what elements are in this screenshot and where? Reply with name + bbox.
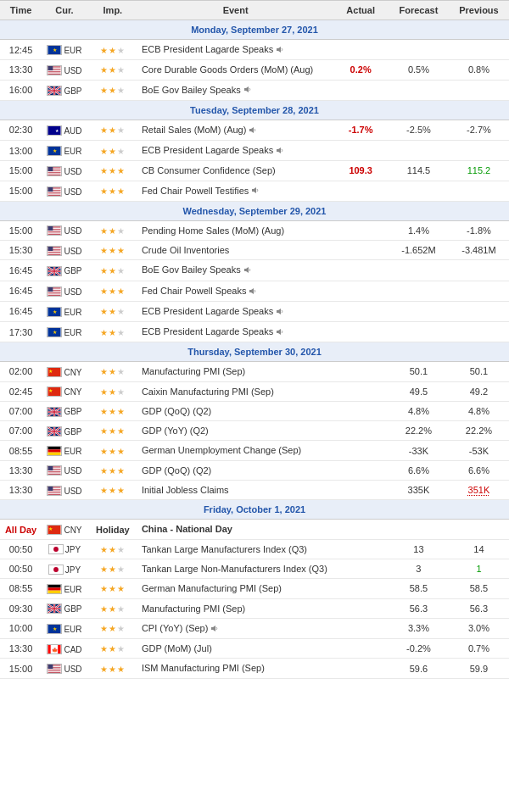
svg-rect-54	[48, 194, 61, 195]
event-time: 15:00	[0, 220, 42, 240]
table-row: 16:00GBP★★★BoE Gov Bailey Speaks	[0, 80, 509, 100]
event-actual	[333, 460, 389, 480]
event-title-text: Fed Chair Powell Speaks	[142, 286, 247, 296]
event-name[interactable]: GDP (YoY) (Q2)	[138, 421, 333, 441]
event-name[interactable]: Tankan Large Non-Manufacturers Index (Q3…	[138, 559, 333, 578]
currency-code: GBP	[64, 426, 81, 436]
event-previous: 115.2	[449, 161, 509, 181]
event-title-text: GDP (QoQ) (Q2)	[142, 406, 211, 416]
svg-rect-80	[48, 253, 61, 253]
event-actual	[333, 520, 389, 539]
event-time: 13:30	[0, 639, 42, 659]
event-name[interactable]: Manufacturing PMI (Sep)	[138, 362, 333, 381]
event-name[interactable]: Fed Chair Powell Testifies	[138, 181, 333, 201]
event-title-text: ECB President Lagarde Speaks	[142, 306, 273, 316]
event-name[interactable]: GDP (MoM) (Jul)	[138, 639, 333, 659]
svg-rect-202	[48, 665, 53, 669]
event-previous	[449, 40, 509, 60]
event-currency: EUR	[42, 579, 87, 598]
day-header-label: Friday, October 1, 2021	[0, 500, 509, 520]
table-row: 13:00★EUR★★★ECB President Lagarde Speaks	[0, 141, 509, 161]
currency-code: USD	[64, 186, 81, 196]
event-name[interactable]: Tankan Large Manufacturers Index (Q3)	[138, 539, 333, 559]
day-header-label: Thursday, September 30, 2021	[0, 342, 509, 362]
event-title-text: German Unemployment Change (Sep)	[142, 445, 301, 455]
event-name[interactable]: Caixin Manufacturing PMI (Sep)	[138, 381, 333, 401]
event-name[interactable]: German Unemployment Change (Sep)	[138, 441, 333, 460]
event-currency: ★CNY	[42, 520, 87, 539]
svg-rect-101	[48, 292, 61, 292]
event-name[interactable]: Initial Jobless Claims	[138, 481, 333, 500]
event-title-text: Crude Oil Inventories	[142, 245, 229, 255]
event-currency: GBP	[42, 598, 87, 618]
currency-code: JPY	[65, 545, 81, 554]
event-name[interactable]: Fed Chair Powell Speaks	[138, 281, 333, 301]
svg-rect-201	[48, 672, 61, 673]
event-name[interactable]: Pending Home Sales (MoM) (Aug)	[138, 220, 333, 240]
event-importance: ★★★	[87, 421, 138, 441]
event-currency: GBP	[42, 260, 87, 281]
importance-stars: ★★★	[100, 585, 126, 593]
event-forecast	[389, 40, 449, 60]
event-importance: ★★★	[87, 40, 138, 60]
currency-code: CNY	[64, 367, 81, 376]
event-name[interactable]: German Manufacturing PMI (Sep)	[138, 579, 333, 598]
event-name[interactable]: Retail Sales (MoM) (Aug)	[138, 120, 333, 140]
table-row: 15:00USD★★★Fed Chair Powell Testifies	[0, 181, 509, 201]
svg-text:★: ★	[49, 526, 53, 531]
event-name[interactable]: CB Consumer Confidence (Sep)	[138, 161, 333, 181]
event-forecast: -2.5%	[389, 120, 449, 140]
speaker-icon	[276, 306, 284, 318]
importance-stars: ★★★	[100, 388, 126, 397]
event-previous: 3.0%	[449, 618, 509, 638]
svg-rect-55	[48, 195, 61, 196]
event-name[interactable]: China - National Day	[138, 520, 333, 539]
event-importance: ★★★	[87, 141, 138, 161]
event-time: 13:30	[0, 60, 42, 80]
svg-rect-11	[48, 72, 61, 73]
importance-stars: ★★★	[100, 368, 126, 376]
event-name[interactable]: ECB President Lagarde Speaks	[138, 301, 333, 321]
event-actual	[333, 260, 389, 281]
event-actual	[333, 141, 389, 161]
svg-rect-105	[48, 294, 61, 295]
event-name[interactable]: ECB President Lagarde Speaks	[138, 141, 333, 161]
event-importance: ★★★	[87, 181, 138, 201]
speaker-icon	[243, 264, 252, 276]
table-row: 13:30🍁CAD★★★GDP (MoM) (Jul)-0.2%0.7%	[0, 639, 509, 659]
importance-stars: ★★★	[100, 227, 126, 236]
event-previous: 50.1	[449, 362, 509, 381]
event-name[interactable]: ECB President Lagarde Speaks	[138, 322, 333, 342]
speaker-icon	[249, 125, 257, 136]
event-name[interactable]: Manufacturing PMI (Sep)	[138, 598, 333, 618]
svg-rect-82	[48, 253, 61, 254]
svg-rect-36	[48, 171, 61, 172]
event-time: 07:00	[0, 421, 42, 441]
event-name[interactable]: ISM Manufacturing PMI (Sep)	[138, 659, 333, 678]
event-time: 16:45	[0, 281, 42, 301]
table-row: 13:30USD★★★Core Durable Goods Orders (Mo…	[0, 60, 509, 80]
event-name[interactable]: BoE Gov Bailey Speaks	[138, 260, 333, 281]
svg-rect-104	[48, 293, 61, 294]
event-name[interactable]: GDP (QoQ) (Q2)	[138, 460, 333, 480]
event-name[interactable]: Core Durable Goods Orders (MoM) (Aug)	[138, 60, 333, 80]
event-currency: ★CNY	[42, 362, 87, 381]
event-name[interactable]: CPI (YoY) (Sep)	[138, 618, 333, 638]
svg-rect-53	[48, 193, 61, 194]
event-name[interactable]: ECB President Lagarde Speaks	[138, 40, 333, 60]
svg-rect-67	[48, 233, 61, 234]
event-importance: ★★★	[87, 598, 138, 618]
svg-rect-198	[48, 670, 61, 671]
table-row: 02:00★CNY★★★Manufacturing PMI (Sep)50.15…	[0, 362, 509, 381]
svg-rect-39	[48, 174, 61, 175]
event-previous: -3.481M	[449, 241, 509, 260]
event-importance: ★★★	[87, 659, 138, 678]
event-name[interactable]: GDP (QoQ) (Q2)	[138, 401, 333, 420]
importance-stars: ★★★	[100, 487, 126, 495]
event-currency: JPY	[42, 539, 87, 559]
event-title-text: Retail Sales (MoM) (Aug)	[142, 125, 246, 135]
event-name[interactable]: BoE Gov Bailey Speaks	[138, 80, 333, 100]
importance-stars: ★★★	[100, 467, 126, 476]
event-name[interactable]: Crude Oil Inventories	[138, 241, 333, 260]
svg-rect-78	[48, 251, 61, 252]
